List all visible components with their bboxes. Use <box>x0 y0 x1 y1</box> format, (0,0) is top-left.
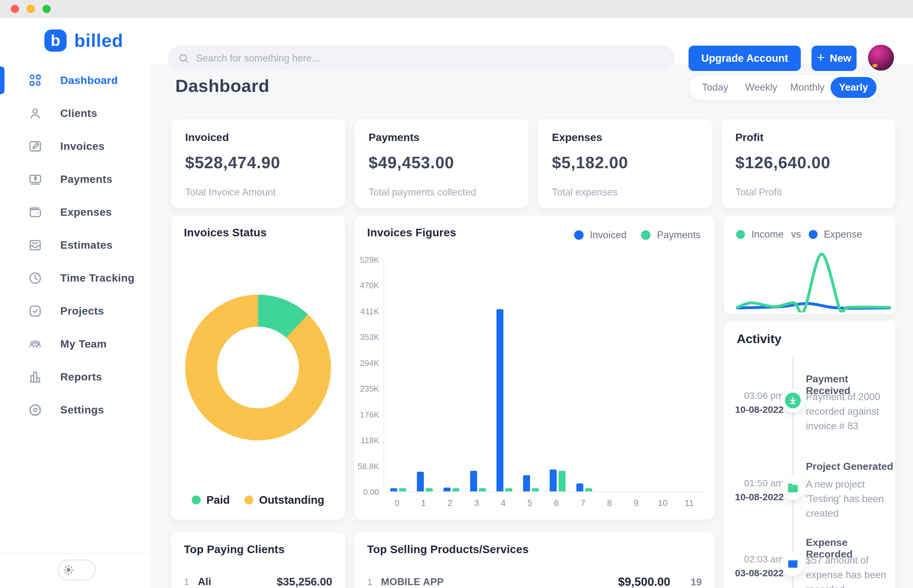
zoom-icon[interactable] <box>42 5 51 13</box>
x-axis-label: 8 <box>596 498 623 508</box>
bar-payments-0 <box>399 488 406 491</box>
bar-payments-4 <box>505 488 512 491</box>
tab-yearly[interactable]: Yearly <box>830 77 877 98</box>
tab-weekly[interactable]: Weekly <box>738 82 785 93</box>
x-axis-label: 9 <box>623 498 649 508</box>
client-name: Ali <box>198 576 211 588</box>
app-logo: b billed <box>44 29 123 52</box>
app-window: b billed Upgrade Account + New Dashboard… <box>0 0 913 588</box>
stat-caption: Total payments collected <box>369 187 515 198</box>
invoices-status-legend: PaidOutstanding <box>171 494 345 506</box>
sidebar-item-time-tracking[interactable]: Time Tracking <box>0 264 152 292</box>
user-avatar[interactable] <box>868 45 894 71</box>
sidebar-divider <box>0 554 152 554</box>
sidebar-item-settings[interactable]: Settings <box>0 396 152 423</box>
tab-monthly[interactable]: Monthly <box>784 82 830 93</box>
legend-label: Expense <box>824 229 862 240</box>
y-axis-label: 235K <box>355 384 379 394</box>
bar-invoiced-0 <box>390 488 397 491</box>
bar-invoiced-7 <box>576 483 583 491</box>
legend-income: Income <box>736 229 783 240</box>
legend-expense: Expense <box>809 229 862 240</box>
legend-label: Paid <box>206 494 230 506</box>
x-axis-label: 7 <box>570 498 596 508</box>
sidebar-nav: DashboardClientsInvoicesPaymentsExpenses… <box>0 66 152 423</box>
sidebar-item-label: Payments <box>60 173 113 185</box>
activity-item-body: $57 amount of expense has been recorded <box>806 553 894 588</box>
bar-invoiced-1 <box>417 472 424 491</box>
x-axis-label: 0 <box>384 498 410 508</box>
client-row[interactable]: 1Ali$35,256.00 <box>184 575 332 588</box>
expense-dot-icon <box>809 230 817 239</box>
y-axis-label: 0.00 <box>355 487 379 497</box>
bar-chart-plot <box>384 260 703 492</box>
stat-cards-row: Invoiced$528,474.90Total Invoice AmountP… <box>171 119 895 208</box>
stat-title: Profit <box>735 131 882 144</box>
client-rank: 1 <box>184 576 198 587</box>
legend-outstanding: Outstanding <box>244 494 324 506</box>
sidebar-item-label: Expenses <box>60 206 112 218</box>
minimize-icon[interactable] <box>27 5 35 13</box>
stat-card-payments: Payments$49,453.00Total payments collect… <box>355 119 529 208</box>
y-axis-label: 176K <box>355 410 379 420</box>
wallet-icon <box>785 556 801 572</box>
income-expense-legend: IncomevsExpense <box>736 229 862 240</box>
my-team-icon <box>28 337 42 351</box>
stat-caption: Total expenses <box>552 187 698 198</box>
sidebar-item-estimates[interactable]: Estimates <box>0 231 152 259</box>
sun-icon <box>63 564 74 576</box>
bar-invoiced-5 <box>523 475 530 491</box>
upgrade-account-button[interactable]: Upgrade Account <box>688 45 801 71</box>
outstanding-dot-icon <box>244 496 253 504</box>
activity-item-time: 02:03 am <box>727 554 783 565</box>
sidebar-item-clients[interactable]: Clients <box>0 100 152 127</box>
sidebar-item-dashboard[interactable]: Dashboard <box>0 66 152 94</box>
activity-item-body: A new project 'Testing' has been created <box>806 477 894 521</box>
sidebar: DashboardClientsInvoicesPaymentsExpenses… <box>0 63 152 588</box>
bar-payments-1 <box>426 488 433 491</box>
close-icon[interactable] <box>11 5 19 13</box>
sidebar-item-reports[interactable]: Reports <box>0 363 152 391</box>
activity-node <box>781 388 805 412</box>
x-axis-label: 11 <box>676 498 703 508</box>
y-axis-label: 58.8K <box>355 461 379 472</box>
new-button[interactable]: + New <box>811 45 856 71</box>
bar-payments-6 <box>558 471 565 491</box>
bar-payments-3 <box>479 488 486 491</box>
macos-titlebar <box>0 0 913 18</box>
payments-dot-icon <box>641 230 651 240</box>
sidebar-item-invoices[interactable]: Invoices <box>0 132 152 160</box>
search-icon <box>178 53 189 64</box>
stat-card-profit: Profit$126,640.00Total Profit <box>722 119 895 208</box>
sidebar-item-label: Settings <box>60 404 104 416</box>
sidebar-item-label: Invoices <box>60 140 105 152</box>
sidebar-item-expenses[interactable]: Expenses <box>0 198 152 226</box>
search-bar[interactable] <box>168 45 675 71</box>
activity-node <box>781 476 805 500</box>
sidebar-item-payments[interactable]: Payments <box>0 165 152 193</box>
sidebar-item-label: Time Tracking <box>60 272 135 284</box>
legend-label: Income <box>751 229 783 240</box>
product-quantity: 19 <box>690 576 702 588</box>
date-range-tabs: TodayWeeklyMonthlyYearly <box>688 74 880 101</box>
reports-icon <box>28 370 42 384</box>
tab-today[interactable]: Today <box>692 82 738 93</box>
sidebar-item-my-team[interactable]: My Team <box>0 330 152 358</box>
legend-payments: Payments <box>641 229 701 241</box>
sidebar-item-projects[interactable]: Projects <box>0 297 152 325</box>
product-row[interactable]: 1MOBILE APP$9,500.0019 <box>367 575 702 588</box>
x-axis-label: 10 <box>649 498 676 508</box>
sidebar-item-label: Clients <box>60 107 97 120</box>
arrow-down-icon <box>785 393 801 409</box>
legend-paid: Paid <box>192 494 230 506</box>
theme-toggle[interactable] <box>58 559 96 580</box>
x-axis-label: 2 <box>437 498 463 508</box>
activity-item-date: 10-08-2022 <box>727 404 783 415</box>
search-input[interactable] <box>196 53 664 64</box>
new-button-label: New <box>830 52 851 64</box>
sidebar-item-label: My Team <box>60 338 107 350</box>
x-axis-label: 6 <box>543 498 570 508</box>
top-paying-clients-title: Top Paying Clients <box>184 543 285 556</box>
activity-item-date: 10-08-2022 <box>727 492 783 502</box>
paid-dot-icon <box>192 496 201 504</box>
